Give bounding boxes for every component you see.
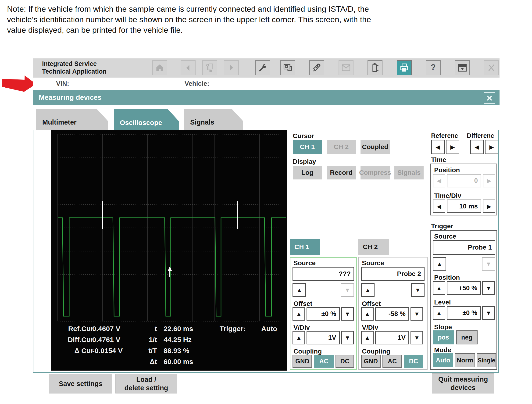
ch1-source-up-button[interactable]: ▲ [292, 283, 306, 297]
up-arrow-icon: ▲ [365, 287, 371, 293]
trigger-level-up-button[interactable]: ▲ [433, 306, 445, 320]
down-arrow-icon: ▼ [345, 334, 350, 341]
trigger-source-up-button[interactable]: ▲ [433, 257, 446, 271]
wrench-icon[interactable] [255, 60, 270, 75]
printer-icon[interactable] [397, 60, 412, 75]
display-section-label: Display [293, 158, 316, 165]
reference-next-button[interactable]: ▶ [446, 140, 459, 154]
reference-prev-button[interactable]: ◀ [431, 140, 445, 154]
measurement-label: Ref.Cur [56, 325, 94, 333]
red-annotation-arrow-right-icon [2, 75, 36, 92]
ch1-vdiv-up-button[interactable]: ▲ [292, 331, 305, 344]
ch2-vdiv-down-button[interactable]: ▼ [411, 331, 423, 344]
mode-auto-button[interactable]: Auto [433, 353, 453, 367]
ch2-offset-up-button[interactable]: ▲ [361, 307, 374, 321]
difference-label: Differenc [467, 132, 494, 139]
ch1-source-value: ??? [292, 267, 354, 281]
display-log-button[interactable]: Log [293, 166, 322, 179]
ch2-coupling-ac-button[interactable]: AC [382, 355, 402, 368]
left-arrow-icon: ◀ [437, 203, 441, 210]
ch2-source-down-button[interactable]: ▼ [411, 283, 424, 297]
mail-icon[interactable] [339, 60, 354, 75]
mode-norm-button[interactable]: Norm [455, 353, 475, 367]
ch1-offset-down-button[interactable]: ▼ [341, 307, 354, 321]
quit-measuring-devices-button[interactable]: Quit measuring devices [432, 373, 494, 393]
left-arrow-icon: ◀ [475, 144, 479, 151]
tab-signals[interactable]: Signals [184, 109, 243, 130]
help-icon[interactable]: ? [426, 60, 441, 75]
connector-icon[interactable] [309, 60, 324, 75]
save-settings-button[interactable]: Save settings [49, 374, 112, 393]
tab-oscilloscope[interactable]: Oscilloscope [114, 109, 179, 130]
mode-single-button[interactable]: Single [477, 353, 496, 367]
ch1-vdiv-label: V/Div [293, 324, 310, 331]
ch1-coupling-dc-button[interactable]: DC [336, 355, 354, 368]
slope-pos-button[interactable]: pos [433, 330, 454, 344]
timing-label: t/T [140, 347, 157, 355]
right-arrow-icon: ▶ [450, 144, 455, 151]
ch2-vdiv-label: V/Div [362, 324, 378, 331]
back-icon[interactable] [181, 60, 196, 75]
close-icon[interactable] [484, 60, 499, 75]
ch2-coupling-dc-button[interactable]: DC [404, 355, 423, 368]
ch2-source-up-button[interactable]: ▲ [361, 283, 374, 297]
trigger-source-down-button[interactable]: ▼ [482, 257, 495, 271]
channel1-waveform [58, 218, 286, 316]
channel2-tab[interactable]: CH 2 [358, 239, 389, 255]
difference-next-button[interactable]: ▶ [485, 140, 498, 154]
trigger-level-label: Level [434, 299, 451, 306]
up-arrow-icon: ▲ [296, 310, 302, 317]
time-position-decrement-button[interactable]: ◀ [433, 174, 445, 187]
trigger-section-label: Trigger [431, 222, 453, 230]
left-arrow-icon: ◀ [436, 144, 440, 151]
trigger-source-value: Probe 1 [433, 240, 495, 255]
cursor-ch2-button[interactable]: CH 2 [327, 140, 356, 154]
channel1-tab[interactable]: CH 1 [290, 239, 320, 255]
operations-list-icon[interactable] [202, 60, 217, 75]
readout-row: Ref.Cur0.4607 Vt22.60 msTrigger:Auto [51, 325, 287, 335]
timediv-increment-button[interactable]: ▶ [483, 200, 495, 213]
ch2-source-value: Probe 2 [361, 267, 424, 281]
down-arrow-icon: ▼ [414, 310, 420, 317]
display-signals-button[interactable]: Signals [394, 166, 424, 179]
ch1-coupling-ac-button[interactable]: AC [314, 355, 334, 368]
ch1-vdiv-down-button[interactable]: ▼ [341, 331, 354, 344]
ch1-coupling-gnd-button[interactable]: GND [292, 355, 312, 368]
up-arrow-icon: ▲ [437, 260, 443, 267]
trigger-position-down-button[interactable]: ▼ [482, 281, 495, 295]
ch1-offset-up-button[interactable]: ▲ [292, 307, 305, 321]
minimize-icon[interactable] [455, 60, 470, 75]
ch2-offset-down-button[interactable]: ▼ [411, 307, 423, 321]
down-arrow-icon: ▼ [414, 334, 420, 341]
timediv-decrement-button[interactable]: ◀ [433, 200, 445, 213]
difference-prev-button[interactable]: ◀ [470, 140, 484, 154]
cursor-coupled-button[interactable]: Coupled [361, 140, 390, 154]
trigger-level-down-button[interactable]: ▼ [482, 306, 495, 320]
down-arrow-icon: ▼ [345, 287, 350, 293]
trigger-level-value: ±0 % [447, 306, 481, 320]
timing-label: t [140, 325, 157, 333]
ch2-offset-value: -58 % [375, 307, 409, 321]
battery-icon[interactable] [367, 60, 382, 75]
trigger-mode-label: Mode [434, 346, 451, 354]
ch2-vdiv-up-button[interactable]: ▲ [361, 331, 374, 344]
tab-multimeter[interactable]: Multimeter [36, 109, 108, 130]
ch1-offset-label: Offset [293, 300, 312, 308]
trigger-slope-label: Slope [434, 323, 452, 331]
close-icon[interactable] [484, 92, 495, 104]
load-delete-setting-button[interactable]: Load / delete setting [115, 374, 177, 393]
trigger-position-label: Position [434, 274, 460, 281]
display-compress-button[interactable]: Compress [361, 166, 390, 179]
ch2-coupling-gnd-button[interactable]: GND [361, 355, 380, 368]
timing-label: 1/t [140, 336, 157, 344]
forward-icon[interactable] [224, 60, 239, 75]
ch1-coupling-label: Coupling [293, 348, 322, 355]
display-record-button[interactable]: Record [327, 166, 356, 179]
display-settings-icon[interactable] [280, 60, 295, 75]
home-icon[interactable] [152, 60, 167, 75]
slope-neg-button[interactable]: neg [456, 330, 478, 344]
cursor-ch1-button[interactable]: CH 1 [293, 140, 322, 154]
trigger-position-up-button[interactable]: ▲ [433, 281, 445, 295]
ch1-source-down-button[interactable]: ▼ [341, 283, 354, 297]
time-position-increment-button[interactable]: ▶ [483, 174, 495, 187]
